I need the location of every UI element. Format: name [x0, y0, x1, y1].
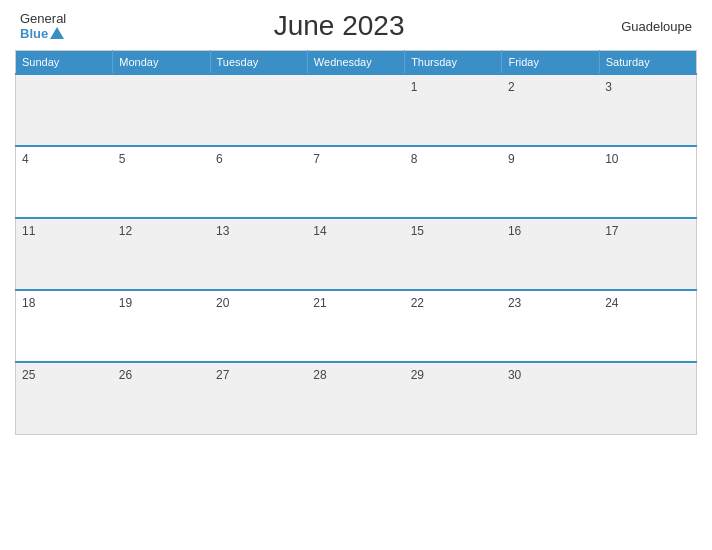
day-number: 11 [22, 224, 35, 238]
day-number: 13 [216, 224, 229, 238]
calendar-day-cell: 6 [210, 146, 307, 218]
day-number: 27 [216, 368, 229, 382]
header-saturday: Saturday [599, 51, 696, 75]
day-number: 1 [411, 80, 418, 94]
calendar-header: General Blue June 2023 Guadeloupe [15, 10, 697, 42]
calendar-week-row: 252627282930 [16, 362, 697, 434]
day-number: 23 [508, 296, 521, 310]
day-number: 17 [605, 224, 618, 238]
calendar-day-cell: 14 [307, 218, 404, 290]
calendar-day-cell: 7 [307, 146, 404, 218]
day-number: 29 [411, 368, 424, 382]
calendar-day-cell: 13 [210, 218, 307, 290]
calendar-day-cell: 10 [599, 146, 696, 218]
calendar-day-cell: 23 [502, 290, 599, 362]
calendar-day-cell: 20 [210, 290, 307, 362]
day-number: 15 [411, 224, 424, 238]
calendar-week-row: 11121314151617 [16, 218, 697, 290]
calendar-day-cell: 18 [16, 290, 113, 362]
calendar-week-row: 18192021222324 [16, 290, 697, 362]
day-number: 9 [508, 152, 515, 166]
calendar-day-cell: 9 [502, 146, 599, 218]
day-number: 12 [119, 224, 132, 238]
calendar-day-cell: 29 [405, 362, 502, 434]
calendar-day-cell: 22 [405, 290, 502, 362]
day-number: 7 [313, 152, 320, 166]
calendar-day-cell: 16 [502, 218, 599, 290]
logo-triangle-icon [50, 27, 64, 39]
region-label: Guadeloupe [612, 19, 692, 34]
header-thursday: Thursday [405, 51, 502, 75]
logo: General Blue [20, 11, 66, 41]
day-number: 28 [313, 368, 326, 382]
calendar-day-cell [307, 74, 404, 146]
header-tuesday: Tuesday [210, 51, 307, 75]
calendar-day-cell: 5 [113, 146, 210, 218]
calendar-week-row: 45678910 [16, 146, 697, 218]
calendar-day-cell: 17 [599, 218, 696, 290]
calendar-day-cell [16, 74, 113, 146]
day-number: 14 [313, 224, 326, 238]
calendar-day-cell: 19 [113, 290, 210, 362]
day-number: 6 [216, 152, 223, 166]
day-number: 3 [605, 80, 612, 94]
calendar-container: General Blue June 2023 Guadeloupe Sunday… [0, 0, 712, 550]
day-number: 24 [605, 296, 618, 310]
header-wednesday: Wednesday [307, 51, 404, 75]
calendar-day-cell: 3 [599, 74, 696, 146]
calendar-day-cell [599, 362, 696, 434]
day-number: 18 [22, 296, 35, 310]
day-number: 8 [411, 152, 418, 166]
calendar-day-cell: 24 [599, 290, 696, 362]
calendar-day-cell: 8 [405, 146, 502, 218]
calendar-day-cell: 12 [113, 218, 210, 290]
calendar-day-cell: 1 [405, 74, 502, 146]
calendar-week-row: 123 [16, 74, 697, 146]
days-header-row: Sunday Monday Tuesday Wednesday Thursday… [16, 51, 697, 75]
calendar-day-cell: 27 [210, 362, 307, 434]
calendar-day-cell: 28 [307, 362, 404, 434]
header-monday: Monday [113, 51, 210, 75]
calendar-day-cell: 21 [307, 290, 404, 362]
day-number: 20 [216, 296, 229, 310]
day-number: 4 [22, 152, 29, 166]
calendar-day-cell: 26 [113, 362, 210, 434]
day-number: 2 [508, 80, 515, 94]
calendar-day-cell: 11 [16, 218, 113, 290]
calendar-table: Sunday Monday Tuesday Wednesday Thursday… [15, 50, 697, 435]
logo-blue-text: Blue [20, 26, 64, 41]
header-sunday: Sunday [16, 51, 113, 75]
header-friday: Friday [502, 51, 599, 75]
day-number: 25 [22, 368, 35, 382]
day-number: 30 [508, 368, 521, 382]
logo-general-text: General [20, 11, 66, 26]
calendar-day-cell: 4 [16, 146, 113, 218]
day-number: 10 [605, 152, 618, 166]
calendar-day-cell: 30 [502, 362, 599, 434]
day-number: 22 [411, 296, 424, 310]
day-number: 5 [119, 152, 126, 166]
day-number: 26 [119, 368, 132, 382]
day-number: 19 [119, 296, 132, 310]
calendar-day-cell [113, 74, 210, 146]
calendar-day-cell: 25 [16, 362, 113, 434]
calendar-day-cell: 15 [405, 218, 502, 290]
day-number: 21 [313, 296, 326, 310]
calendar-title: June 2023 [66, 10, 612, 42]
calendar-day-cell: 2 [502, 74, 599, 146]
calendar-day-cell [210, 74, 307, 146]
day-number: 16 [508, 224, 521, 238]
